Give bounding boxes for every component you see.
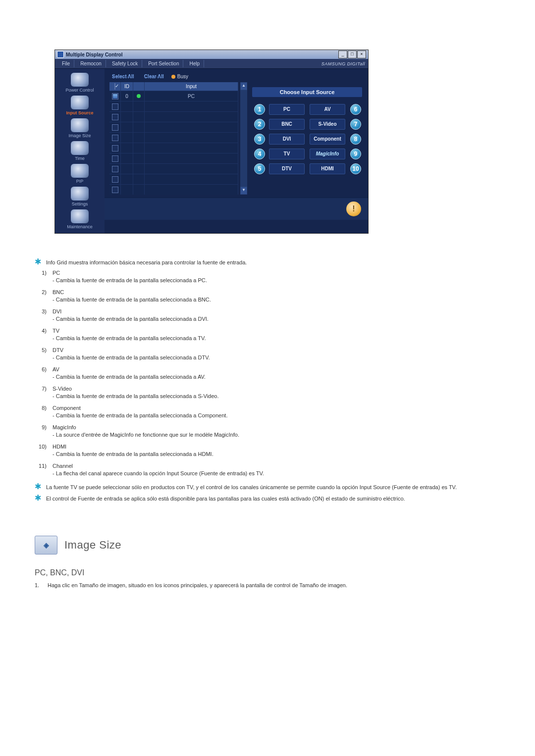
scroll-up-icon[interactable]: ▲ — [240, 82, 247, 90]
sidebar-item-label: Power Control — [65, 88, 94, 93]
window-controls: _ □ × — [338, 50, 366, 58]
paragraph-text: Haga clic en Tamaño de imagen, situado e… — [48, 581, 347, 590]
row-checkbox[interactable] — [112, 124, 118, 131]
menu-file[interactable]: File — [58, 60, 74, 67]
list-number: 10) — [35, 444, 47, 461]
table-row[interactable] — [109, 184, 238, 195]
image-size-icon — [71, 118, 89, 132]
list-number: 7) — [35, 386, 47, 403]
list-desc: - Cambia la fuente de entrada de la pant… — [53, 374, 206, 380]
row-id: 0 — [121, 91, 133, 101]
note-intro: Info Grid muestra información básica nec… — [46, 258, 247, 267]
menu-help[interactable]: Help — [185, 60, 204, 67]
sidebar-item-time[interactable]: Time — [55, 141, 105, 161]
list-title: HDMI — [53, 444, 214, 450]
image-size-section-icon: ◈ — [35, 536, 57, 554]
minimize-button[interactable]: _ — [338, 50, 347, 58]
warning-icon — [346, 202, 361, 216]
busy-indicator: Busy — [171, 74, 188, 79]
source-component-button[interactable]: Component — [310, 134, 345, 145]
star-icon: ✱ — [35, 495, 41, 502]
list-title: AV — [53, 366, 206, 372]
select-all-button[interactable]: Select All — [109, 73, 137, 80]
row-checkbox[interactable] — [112, 166, 118, 172]
list-title: MagicInfo — [53, 424, 239, 430]
list-number: 4) — [35, 328, 47, 345]
info-grid: ID Input 0 PC — [109, 82, 238, 195]
callout-9: 9 — [350, 149, 361, 159]
list-number: 5) — [35, 347, 47, 364]
settings-icon — [71, 187, 89, 201]
time-icon — [71, 141, 89, 155]
sidebar-item-image-size[interactable]: Image Size — [55, 118, 105, 138]
table-row[interactable] — [109, 122, 238, 132]
table-row[interactable] — [109, 163, 238, 174]
sidebar: Power Control Input Source Image Size Ti… — [55, 69, 105, 233]
row-checkbox[interactable] — [112, 176, 118, 183]
table-row[interactable] — [109, 153, 238, 163]
source-dvi-button[interactable]: DVI — [269, 134, 305, 145]
note-bold-2: El control de Fuente de entrada se aplic… — [46, 495, 405, 503]
table-row[interactable] — [109, 132, 238, 143]
clear-all-button[interactable]: Clear All — [142, 73, 166, 80]
row-checkbox[interactable] — [112, 103, 118, 110]
source-bnc-button[interactable]: BNC — [269, 119, 305, 130]
source-av-button[interactable]: AV — [310, 104, 345, 115]
sidebar-item-pip[interactable]: PIP — [55, 164, 105, 184]
table-row[interactable] — [109, 174, 238, 184]
source-tv-button[interactable]: TV — [269, 149, 305, 159]
callout-7: 7 — [350, 119, 361, 130]
menu-port-selection[interactable]: Port Selection — [144, 60, 183, 67]
source-dtv-button[interactable]: DTV — [269, 163, 305, 174]
sidebar-item-label: PIP — [76, 179, 84, 184]
app-icon — [57, 51, 64, 58]
callout-3: 3 — [254, 134, 265, 145]
row-checkbox[interactable] — [112, 155, 118, 162]
callout-2: 2 — [254, 119, 265, 130]
list-desc: - Cambia la fuente de entrada de la pant… — [53, 316, 209, 322]
table-row[interactable] — [109, 111, 238, 122]
note-bold-1: La fuente TV se puede seleccionar sólo e… — [46, 483, 457, 492]
callout-1: 1 — [254, 104, 265, 115]
menu-remocon[interactable]: Remocon — [76, 60, 106, 67]
list-title: TV — [53, 328, 206, 334]
list-desc: - La flecha del canal aparece cuando la … — [53, 470, 264, 476]
image-size-title: Image Size — [64, 539, 121, 552]
table-row[interactable] — [109, 101, 238, 111]
list-title: PC — [53, 270, 207, 276]
row-checkbox[interactable] — [112, 135, 118, 141]
sidebar-item-label: Time — [75, 156, 85, 161]
list-desc: - La source d'entrée de MagicInfo ne fon… — [53, 432, 239, 438]
row-status-icon — [137, 94, 141, 98]
row-checkbox[interactable] — [112, 114, 118, 120]
sidebar-item-label: Settings — [72, 202, 88, 206]
source-hdmi-button[interactable]: HDMI — [310, 163, 345, 174]
numbered-list: 1)PC- Cambia la fuente de entrada de la … — [35, 270, 500, 480]
list-desc: - Cambia la fuente de entrada de la pant… — [53, 354, 210, 360]
sidebar-item-input-source[interactable]: Input Source — [55, 96, 105, 115]
sidebar-item-maintenance[interactable]: Maintenance — [55, 209, 105, 229]
row-checkbox[interactable] — [112, 93, 118, 100]
row-checkbox[interactable] — [112, 187, 118, 193]
callout-8: 8 — [350, 134, 361, 145]
source-pc-button[interactable]: PC — [269, 104, 305, 115]
table-row[interactable] — [109, 143, 238, 153]
row-input: PC — [145, 91, 238, 101]
source-magicinfo-button[interactable]: MagicInfo — [310, 149, 345, 159]
callout-5: 5 — [254, 163, 265, 174]
list-desc: - Cambia la fuente de entrada de la pant… — [53, 277, 207, 283]
scroll-down-icon[interactable]: ▼ — [240, 187, 247, 195]
sidebar-item-settings[interactable]: Settings — [55, 187, 105, 206]
maximize-button[interactable]: □ — [348, 50, 357, 58]
row-checkbox[interactable] — [112, 145, 118, 151]
callout-6: 6 — [350, 104, 361, 115]
table-row[interactable]: 0 PC — [109, 91, 238, 101]
menu-safety-lock[interactable]: Safety Lock — [108, 60, 142, 67]
sidebar-item-power-control[interactable]: Power Control — [55, 73, 105, 93]
grid-scrollbar[interactable]: ▲ ▼ — [240, 82, 247, 195]
close-button[interactable]: × — [357, 50, 366, 58]
titlebar: Multiple Display Control _ □ × — [55, 50, 368, 59]
list-desc: - Cambia la fuente de entrada de la pant… — [53, 451, 214, 457]
grid-header-check — [109, 82, 121, 91]
source-svideo-button[interactable]: S-Video — [310, 119, 345, 130]
